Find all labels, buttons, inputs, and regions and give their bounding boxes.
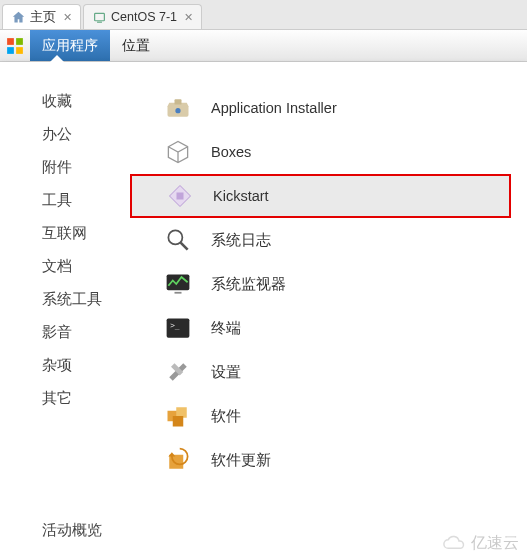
kickstart-icon [165, 181, 195, 211]
app-software-update[interactable]: 软件更新 [155, 438, 517, 482]
menu-label: 位置 [122, 37, 150, 55]
app-label: 终端 [211, 319, 241, 338]
app-label: 软件 [211, 407, 241, 426]
svg-rect-2 [7, 38, 14, 45]
category-favorites[interactable]: 收藏 [42, 92, 145, 111]
os-logo-icon [4, 35, 26, 57]
menu-places[interactable]: 位置 [110, 30, 162, 61]
top-menubar: 应用程序 位置 [0, 30, 527, 62]
watermark-text: 亿速云 [471, 533, 519, 554]
browser-tabbar: 主页 ✕ CentOS 7-1 ✕ [0, 0, 527, 30]
vm-icon [92, 10, 106, 24]
app-software[interactable]: 软件 [155, 394, 517, 438]
svg-rect-5 [16, 47, 23, 54]
svg-rect-16 [173, 416, 184, 427]
category-multimedia[interactable]: 影音 [42, 323, 145, 342]
app-installer-icon [163, 93, 193, 123]
svg-rect-1 [97, 21, 102, 22]
app-system-monitor[interactable]: 系统监视器 [155, 262, 517, 306]
app-kickstart[interactable]: Kickstart [130, 174, 511, 218]
svg-rect-0 [94, 13, 104, 20]
category-list: 收藏 办公 附件 工具 互联网 文档 系统工具 影音 杂项 其它 [0, 62, 145, 560]
menu-label: 应用程序 [42, 37, 98, 55]
svg-text:>_: >_ [170, 321, 180, 330]
svg-rect-3 [16, 38, 23, 45]
home-icon [11, 10, 25, 24]
app-terminal[interactable]: >_ 终端 [155, 306, 517, 350]
application-list: Application Installer Boxes Kickstart 系统… [145, 62, 527, 560]
svg-point-8 [168, 230, 182, 244]
svg-rect-11 [175, 292, 182, 294]
logs-icon [163, 225, 193, 255]
tab-label: CentOS 7-1 [111, 10, 177, 24]
svg-line-9 [181, 243, 188, 250]
app-label: Boxes [211, 144, 251, 160]
app-label: 设置 [211, 363, 241, 382]
svg-point-7 [175, 108, 180, 113]
app-label: Application Installer [211, 100, 337, 116]
update-icon [163, 445, 193, 475]
tab-label: 主页 [30, 9, 56, 26]
applications-menu: 收藏 办公 附件 工具 互联网 文档 系统工具 影音 杂项 其它 Applica… [0, 62, 527, 560]
activities-overview[interactable]: 活动概览 [42, 521, 102, 540]
app-application-installer[interactable]: Application Installer [155, 86, 517, 130]
close-icon[interactable]: ✕ [61, 11, 72, 24]
category-documents[interactable]: 文档 [42, 257, 145, 276]
app-label: 系统监视器 [211, 275, 286, 294]
category-system-tools[interactable]: 系统工具 [42, 290, 145, 309]
tab-centos[interactable]: CentOS 7-1 ✕ [83, 4, 202, 29]
settings-icon [163, 357, 193, 387]
app-label: 系统日志 [211, 231, 271, 250]
svg-rect-4 [7, 47, 14, 54]
svg-rect-6 [175, 99, 182, 104]
category-office[interactable]: 办公 [42, 125, 145, 144]
tab-home[interactable]: 主页 ✕ [2, 4, 81, 29]
category-other[interactable]: 杂项 [42, 356, 145, 375]
category-internet[interactable]: 互联网 [42, 224, 145, 243]
menu-applications[interactable]: 应用程序 [30, 30, 110, 61]
app-label: 软件更新 [211, 451, 271, 470]
app-system-logs[interactable]: 系统日志 [155, 218, 517, 262]
cloud-icon [441, 535, 467, 553]
app-boxes[interactable]: Boxes [155, 130, 517, 174]
watermark: 亿速云 [441, 533, 519, 554]
overview-label: 活动概览 [42, 521, 102, 538]
terminal-icon: >_ [163, 313, 193, 343]
close-icon[interactable]: ✕ [182, 11, 193, 24]
category-misc[interactable]: 其它 [42, 389, 145, 408]
software-icon [163, 401, 193, 431]
app-label: Kickstart [213, 188, 269, 204]
boxes-icon [163, 137, 193, 167]
monitor-icon [163, 269, 193, 299]
app-settings[interactable]: 设置 [155, 350, 517, 394]
